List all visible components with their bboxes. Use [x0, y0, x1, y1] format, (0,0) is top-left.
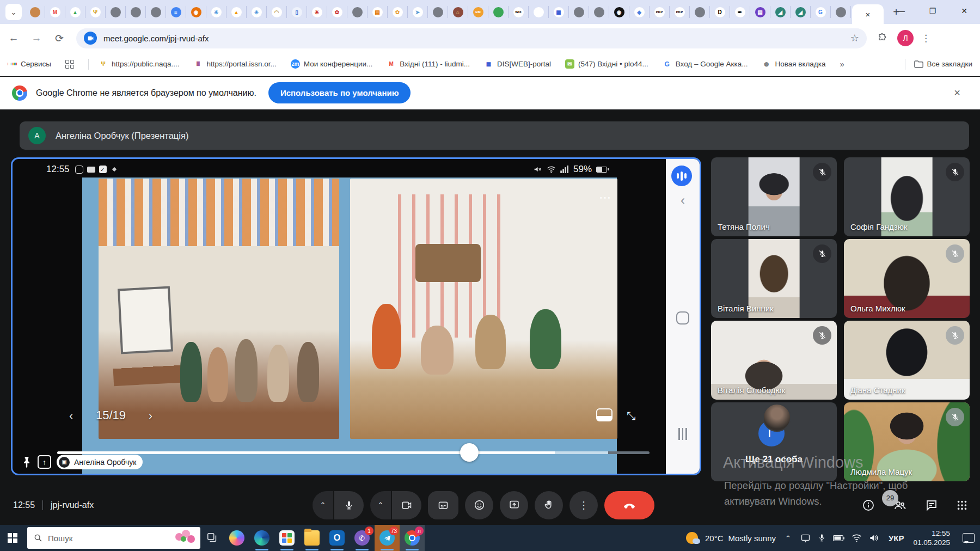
reload-button[interactable]: ⟳ [50, 29, 69, 47]
set-default-button[interactable]: Использовать по умолчанию [268, 82, 411, 103]
pinned-tab[interactable] [106, 6, 126, 18]
start-button[interactable] [0, 525, 25, 551]
captions-button[interactable] [428, 491, 458, 519]
pinned-tab[interactable] [25, 6, 45, 18]
pinned-tab[interactable]: ▲ [65, 6, 85, 18]
battery-tray-icon[interactable] [833, 535, 844, 542]
meeting-details-button[interactable] [862, 499, 875, 512]
taskbar-app-viber[interactable]: ✆ 1 [350, 525, 375, 551]
pinned-tab[interactable]: ▦ [549, 6, 569, 18]
participant-tile[interactable]: Софія Гандзюк [844, 157, 970, 236]
tray-chevron[interactable]: ⌃ [785, 534, 791, 542]
taskbar-search[interactable]: Пошук [27, 527, 200, 549]
bookmark-item[interactable]: Ⅲhttps://portal.issn.or... [194, 59, 277, 69]
profile-avatar[interactable]: Л [897, 30, 914, 46]
extensions-icon[interactable] [877, 33, 887, 44]
pinned-tab[interactable]: WIX [509, 6, 529, 18]
pinned-tab[interactable]: M [45, 6, 65, 18]
pinned-tab[interactable] [589, 6, 609, 18]
camera-button[interactable] [392, 491, 421, 519]
android-home-icon[interactable] [676, 311, 689, 325]
android-back-icon[interactable]: ‹ [681, 193, 685, 208]
bookmark-item[interactable]: ◍Новая вкладка [762, 59, 825, 69]
leave-call-button[interactable] [604, 491, 654, 519]
taskbar-app-telegram[interactable]: 73 [375, 525, 400, 551]
close-window-button[interactable]: ✕ [948, 0, 980, 22]
apps-shortcut[interactable] [65, 60, 74, 69]
pinned-tab[interactable] [529, 6, 549, 18]
participant-tile[interactable]: Віталія Слободюк [711, 321, 837, 400]
active-tab[interactable]: × [852, 4, 884, 24]
pinned-tab[interactable]: ✿ [388, 6, 408, 18]
taskbar-app-store[interactable] [274, 525, 299, 551]
pinned-tab[interactable]: ◉ [609, 6, 629, 18]
language-indicator[interactable]: УКР [889, 534, 904, 543]
pinned-tab[interactable] [569, 6, 589, 18]
tab-search-button[interactable]: ⌄ [5, 4, 22, 20]
android-recents-icon[interactable] [678, 428, 687, 440]
taskbar-app-copilot[interactable] [224, 525, 249, 551]
task-view-button[interactable] [200, 525, 224, 551]
taskbar-app-chrome[interactable]: л [400, 525, 425, 551]
pinned-tab[interactable]: ◢ [791, 6, 811, 18]
pinned-tab[interactable]: BM [468, 6, 488, 18]
pinned-tab[interactable] [347, 6, 367, 18]
phone-more-dots[interactable]: ⋯ [599, 191, 612, 205]
pinned-tab[interactable]: ✒ [730, 6, 750, 18]
mic-options-chevron[interactable]: ⌃ [313, 491, 333, 519]
pinned-tab[interactable] [831, 6, 851, 18]
pinned-tab[interactable]: PKP [670, 6, 690, 18]
browser-menu-icon[interactable]: ⋮ [921, 33, 930, 44]
pinned-tab[interactable]: ✳ [206, 6, 226, 18]
pinned-tab[interactable] [146, 6, 166, 18]
weather-widget[interactable]: 20°C Mostly sunny [686, 531, 776, 545]
bookmark-item[interactable]: Ψhttps://public.naqa.... [99, 59, 180, 69]
pinned-tab[interactable]: ▤ [367, 6, 388, 18]
pinned-tab[interactable]: G [811, 6, 831, 18]
action-center-icon[interactable] [963, 533, 975, 543]
bookmark-item[interactable]: MВхідні (111) - liudmi... [387, 59, 470, 69]
pinned-tab[interactable]: ◢ [770, 6, 791, 18]
taskbar-app-outlook[interactable]: O [324, 525, 350, 551]
wifi-tray-icon[interactable] [852, 534, 862, 542]
participant-tile[interactable]: Ольга Михлюк [844, 239, 970, 318]
slide-progress-bar[interactable] [57, 451, 650, 454]
bookmark-item[interactable]: ✉(547) Вхідні • plo44... [565, 59, 648, 69]
taskbar-app-explorer[interactable] [299, 525, 324, 551]
taskbar-clock[interactable]: 12:55 01.05.2025 [913, 529, 950, 547]
banner-close-icon[interactable]: × [954, 87, 960, 99]
pinned-tab[interactable]: D [710, 6, 730, 18]
pin-icon[interactable] [21, 456, 32, 469]
pinned-tab[interactable]: ≡ [166, 6, 186, 18]
next-slide-icon[interactable]: › [149, 409, 152, 422]
pinned-tab[interactable]: ◉ [186, 6, 206, 18]
bookmark-item[interactable]: ▦DIS[WEB]-portal [484, 59, 551, 69]
mic-button[interactable] [334, 491, 364, 519]
presentation-tile[interactable]: 12:55 ✓ 59% [11, 157, 701, 475]
pinned-tab[interactable]: ▲ [226, 6, 247, 18]
pinned-tab[interactable]: PKP [650, 6, 670, 18]
apps-grid-button[interactable] [956, 499, 968, 511]
participant-tile[interactable]: Тетяна Полич [711, 157, 837, 236]
raise-hand-button[interactable] [535, 491, 563, 519]
pinned-tab[interactable]: ✳ [247, 6, 267, 18]
pinned-tab[interactable]: Ψ [85, 6, 106, 18]
popout-icon[interactable]: ↑ [38, 455, 51, 469]
pinned-tab[interactable]: ▯ [287, 6, 307, 18]
caption-card-icon[interactable] [596, 408, 612, 421]
pinned-tab[interactable] [126, 6, 146, 18]
pinned-tab[interactable]: ✿ [327, 6, 347, 18]
pinned-tab[interactable]: ⌂ [448, 6, 468, 18]
forward-button[interactable]: → [27, 29, 46, 47]
chat-button[interactable] [925, 499, 938, 512]
bookmark-services[interactable]: Сервисы [8, 59, 51, 69]
participant-tile[interactable]: Діана Стадник [844, 321, 970, 400]
all-bookmarks[interactable]: Все закладки [914, 60, 972, 68]
present-button[interactable] [500, 491, 528, 519]
bookmark-star-icon[interactable]: ☆ [850, 32, 859, 44]
more-options-button[interactable]: ⋮ [569, 491, 598, 519]
shrink-icon[interactable]: ⤢ [625, 412, 638, 420]
pinned-tab[interactable]: ✳ [307, 6, 327, 18]
pinned-tab[interactable] [488, 6, 509, 18]
slide-progress-thumb[interactable] [460, 443, 479, 462]
